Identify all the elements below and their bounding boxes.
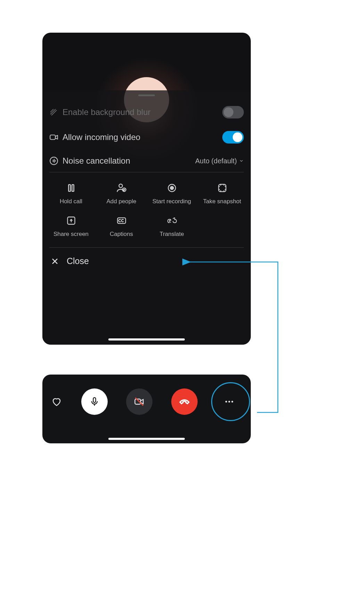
- close-icon: [51, 257, 59, 265]
- call-controls: [42, 388, 251, 415]
- svg-rect-8: [218, 184, 226, 192]
- camera-off-button[interactable]: [126, 388, 152, 415]
- translate-icon: [166, 215, 178, 226]
- noise-cancellation-select[interactable]: Auto (default): [195, 157, 244, 165]
- camera-off-icon: [134, 396, 144, 407]
- microphone-icon: [90, 397, 99, 407]
- setting-label: Allow incoming video: [63, 132, 222, 142]
- react-button[interactable]: [51, 396, 63, 408]
- svg-rect-11: [93, 397, 96, 402]
- record-icon: [167, 183, 177, 193]
- setting-incoming-video[interactable]: Allow incoming video: [42, 125, 251, 150]
- home-indicator: [108, 338, 185, 340]
- action-add-people[interactable]: Add people: [96, 183, 147, 205]
- select-value: Auto (default): [195, 157, 237, 165]
- add-person-icon: [116, 183, 127, 193]
- close-label: Close: [67, 256, 89, 266]
- svg-point-4: [119, 184, 122, 188]
- heart-icon: [51, 396, 62, 407]
- action-translate[interactable]: Translate: [147, 215, 197, 238]
- action-label: Take snapshot: [203, 198, 241, 205]
- chevron-down-icon: [239, 158, 244, 163]
- setting-background-blur[interactable]: Enable background blur: [42, 100, 251, 125]
- setting-noise-cancellation[interactable]: Noise cancellation Auto (default): [42, 150, 251, 172]
- action-label: Captions: [110, 231, 133, 238]
- pause-icon: [67, 183, 76, 193]
- home-indicator: [108, 438, 185, 440]
- action-label: Start recording: [152, 198, 191, 205]
- close-button[interactable]: Close: [42, 248, 251, 269]
- svg-point-14: [225, 401, 227, 403]
- svg-rect-3: [72, 184, 74, 191]
- captions-icon: [116, 215, 127, 226]
- svg-point-15: [229, 401, 230, 403]
- svg-point-7: [170, 186, 173, 189]
- settings-sheet-screenshot: Enable background blur Allow incoming vi…: [42, 33, 251, 345]
- svg-rect-2: [68, 184, 70, 191]
- svg-point-16: [231, 401, 233, 403]
- sheet-drag-handle[interactable]: [138, 95, 155, 96]
- svg-rect-0: [50, 135, 55, 140]
- toggle-video[interactable]: [222, 131, 244, 143]
- action-captions[interactable]: Captions: [96, 215, 147, 238]
- hangup-icon: [179, 396, 190, 408]
- setting-label: Noise cancellation: [63, 156, 195, 166]
- sound-wave-icon: [49, 156, 63, 165]
- setting-label: Enable background blur: [63, 107, 222, 117]
- more-button[interactable]: [216, 388, 242, 415]
- action-take-snapshot[interactable]: Take snapshot: [197, 183, 247, 205]
- action-grid: Hold call Add people Start recording Tak…: [42, 172, 251, 247]
- hangup-button[interactable]: [171, 388, 198, 415]
- mic-button[interactable]: [81, 388, 108, 415]
- action-label: Add people: [106, 198, 136, 205]
- action-hold-call[interactable]: Hold call: [46, 183, 96, 205]
- action-label: Translate: [159, 231, 184, 238]
- toggle-blur[interactable]: [222, 106, 244, 118]
- action-label: Share screen: [53, 231, 89, 238]
- share-screen-icon: [66, 215, 76, 226]
- more-icon: [224, 396, 234, 407]
- action-label: Hold call: [60, 198, 82, 205]
- action-share-screen[interactable]: Share screen: [46, 215, 96, 238]
- camera-icon: [49, 133, 63, 142]
- snapshot-icon: [217, 183, 227, 193]
- call-bar-screenshot: [42, 375, 251, 443]
- action-start-recording[interactable]: Start recording: [147, 183, 197, 205]
- blur-icon: [49, 108, 63, 116]
- action-sheet: Enable background blur Allow incoming vi…: [42, 90, 251, 345]
